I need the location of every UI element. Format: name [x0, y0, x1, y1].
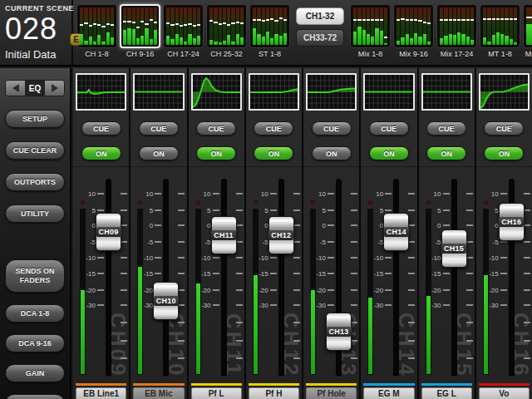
- cue-button[interactable]: CUE: [254, 121, 293, 135]
- utility-button[interactable]: UTILITY: [5, 204, 65, 223]
- nav-prev-button[interactable]: [6, 81, 25, 96]
- on-button[interactable]: ON: [426, 146, 466, 160]
- fader-cap[interactable]: CH13: [326, 313, 352, 351]
- bank-tile-ch-17-24[interactable]: CH 17-24: [163, 4, 204, 58]
- bank-tile-master[interactable]: Master: [523, 4, 532, 58]
- fader-position-mark: [500, 18, 504, 20]
- fader-cap-label: CH10: [154, 296, 179, 306]
- mini-meter: [274, 7, 278, 45]
- bank-tile-mix-17-24[interactable]: Mix 17-24: [436, 4, 477, 58]
- eq-curve-thumbnail[interactable]: [421, 73, 472, 111]
- setup-button[interactable]: SETUP: [5, 110, 65, 128]
- mini-meter-fill: [111, 37, 114, 45]
- dca-1-8-button[interactable]: DCA 1-8: [5, 304, 65, 323]
- fader-slot[interactable]: [278, 179, 284, 377]
- level-meter-fill: [254, 275, 258, 374]
- fader-cap[interactable]: CH10: [153, 282, 179, 320]
- cue-button[interactable]: CUE: [81, 121, 121, 135]
- bank-button-ch33-72[interactable]: CH33-72: [296, 29, 344, 47]
- scale-tick: [97, 257, 104, 259]
- channel-name[interactable]: Pf L: [191, 387, 242, 399]
- on-button[interactable]: ON: [254, 146, 293, 160]
- channel-strips: CUEONCH091050-5-10-15-20-30CH09EB Line1C…: [73, 68, 532, 399]
- mini-meter: [140, 7, 144, 45]
- eq-curve-thumbnail[interactable]: [76, 73, 126, 111]
- clip-led: [368, 200, 372, 204]
- fader-cap[interactable]: CH16: [499, 203, 525, 241]
- bank-tile-mix-1-8[interactable]: Mix 1-8: [350, 4, 391, 58]
- channel-name[interactable]: EG L: [421, 387, 472, 399]
- scale-tick: [443, 193, 450, 195]
- scale-tick: [270, 209, 277, 211]
- processing-view-nav: EQ: [5, 80, 65, 96]
- bank-button-ch1-32[interactable]: CH1-32: [296, 7, 344, 25]
- eq-curve-thumbnail[interactable]: [363, 73, 414, 111]
- on-button[interactable]: ON: [196, 146, 236, 160]
- cue-button[interactable]: CUE: [484, 121, 524, 135]
- nav-next-button[interactable]: [45, 81, 64, 96]
- scale-tick: [293, 257, 300, 259]
- on-button[interactable]: ON: [81, 146, 121, 160]
- scale-tick: [121, 289, 127, 291]
- on-button[interactable]: ON: [484, 146, 524, 160]
- fader-slot[interactable]: [163, 179, 169, 377]
- channel-name[interactable]: EB Line1: [76, 387, 126, 399]
- fader-slot[interactable]: [221, 179, 227, 377]
- fader-cap[interactable]: CH14: [383, 213, 409, 251]
- scale-tick: [328, 209, 334, 211]
- fader-cap[interactable]: CH15: [441, 229, 467, 268]
- scale-tick: [524, 357, 530, 359]
- cue-button[interactable]: CUE: [369, 121, 409, 135]
- cue-button[interactable]: CUE: [139, 121, 179, 135]
- cue-button[interactable]: CUE: [426, 121, 466, 135]
- bank-tile-ch-9-16[interactable]: CH 9-16: [120, 4, 160, 58]
- fader-slot[interactable]: [106, 179, 111, 377]
- channel-name[interactable]: Vo: [479, 387, 530, 399]
- fader-slot[interactable]: [451, 179, 457, 377]
- dca-9-16-button[interactable]: DCA 9-16: [5, 334, 65, 352]
- channel-name[interactable]: EB Mic: [133, 387, 184, 399]
- eq-curve-thumbnail[interactable]: [479, 73, 530, 111]
- bank-tile-mix-9-16[interactable]: Mix 9-16: [393, 4, 434, 58]
- cue-button[interactable]: CUE: [196, 121, 236, 135]
- clip-led: [81, 200, 85, 204]
- mini-meter: [357, 7, 361, 45]
- eq-curve-thumbnail[interactable]: [191, 73, 242, 111]
- cue-button[interactable]: CUE: [312, 121, 352, 135]
- channel-name[interactable]: EG M: [363, 387, 414, 399]
- fader-cap[interactable]: CH09: [96, 213, 121, 251]
- outports-button[interactable]: OUTPORTS: [5, 173, 65, 191]
- scale-tick: [408, 304, 415, 306]
- bank-tile-ch-25-32[interactable]: CH 25-32: [206, 4, 247, 58]
- level-meter: [367, 209, 373, 375]
- bank-tile-st-1-8[interactable]: ST 1-8: [249, 4, 290, 58]
- mini-meter: [150, 7, 153, 45]
- bank-meter-box: [480, 4, 520, 48]
- bank-tile-label: ST 1-8: [259, 50, 281, 58]
- eq-curve-thumbnail[interactable]: [249, 73, 299, 111]
- fader-cap[interactable]: CH11: [211, 216, 237, 254]
- bank-tile-ch-1-8[interactable]: CH 1-8: [76, 4, 117, 58]
- on-button[interactable]: ON: [312, 146, 352, 160]
- sends-on-faders-button[interactable]: SENDS ON FADERS: [5, 259, 65, 293]
- scale-label: 10: [420, 190, 441, 198]
- on-button[interactable]: ON: [139, 146, 179, 160]
- eq-curve-thumbnail[interactable]: [306, 73, 357, 111]
- on-button[interactable]: ON: [369, 146, 409, 160]
- bank-tile-mt-1-8[interactable]: MT 1-8: [480, 4, 520, 58]
- cue-clear-button[interactable]: CUE CLEAR: [5, 141, 65, 160]
- channel-name[interactable]: Pf H: [249, 387, 299, 399]
- fader-slot[interactable]: [393, 179, 399, 377]
- scale-tick: [443, 273, 450, 274]
- eq-curve-thumbnail[interactable]: [133, 73, 184, 111]
- channel-name[interactable]: Pf Hole: [306, 387, 357, 399]
- fader-cap-label: CH12: [268, 230, 293, 240]
- gain-button[interactable]: GAIN: [5, 364, 65, 382]
- scale-tick: [351, 289, 357, 291]
- mini-meter-fill: [127, 28, 131, 45]
- fader-cap[interactable]: CH12: [268, 216, 294, 254]
- mini-meter: [496, 7, 500, 45]
- mini-meter: [223, 7, 226, 45]
- long-faders-button[interactable]: LONG FADERS: [5, 394, 65, 399]
- scale-tick: [121, 193, 127, 195]
